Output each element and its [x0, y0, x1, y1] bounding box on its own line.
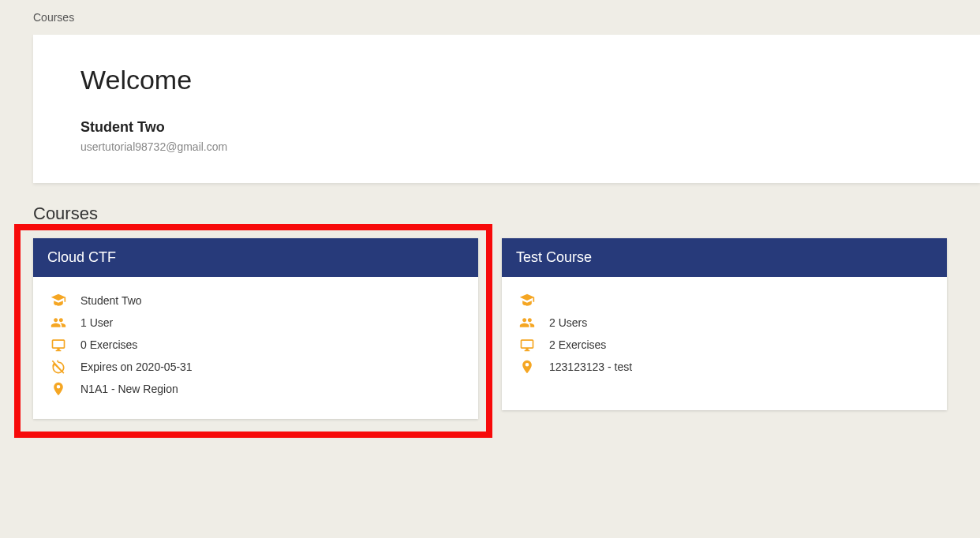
course-line-text: 2 Exercises: [549, 338, 606, 351]
user-email: usertutorial98732@gmail.com: [80, 140, 933, 153]
monitor-icon: [519, 337, 535, 353]
breadcrumb[interactable]: Courses: [0, 0, 980, 35]
course-line: N1A1 - New Region: [50, 381, 461, 397]
course-line-text: Expires on 2020-05-31: [80, 361, 193, 373]
course-line-text: 123123123 - test: [549, 361, 632, 373]
welcome-card: Welcome Student Two usertutorial98732@gm…: [33, 35, 980, 183]
course-line: [519, 293, 930, 308]
course-line: 1 User: [50, 315, 461, 331]
course-title: Cloud CTF: [33, 238, 478, 277]
course-line-text: Student Two: [80, 294, 142, 307]
course-line-text: 1 User: [80, 316, 113, 329]
course-card[interactable]: Test Course 2 Users 2 Exercises 12312312…: [502, 238, 947, 410]
course-line: Expires on 2020-05-31: [50, 359, 461, 375]
location-pin-icon: [50, 381, 66, 397]
courses-section-title: Courses: [33, 204, 980, 224]
course-title: Test Course: [502, 238, 947, 277]
course-line-text: N1A1 - New Region: [80, 383, 178, 395]
course-line-text: 0 Exercises: [80, 338, 137, 351]
course-line-text: 2 Users: [549, 316, 587, 329]
course-line: 0 Exercises: [50, 337, 461, 353]
course-line: 2 Exercises: [519, 337, 930, 353]
course-body: Student Two 1 User 0 Exercises Expires o…: [33, 277, 478, 419]
course-wrap: Test Course 2 Users 2 Exercises 12312312…: [502, 238, 947, 419]
course-line: Student Two: [50, 293, 461, 308]
users-icon: [519, 315, 535, 331]
monitor-icon: [50, 337, 66, 353]
course-line: 2 Users: [519, 315, 930, 331]
courses-row: Cloud CTF Student Two 1 User 0 Exercises…: [0, 238, 980, 419]
welcome-title: Welcome: [80, 65, 933, 95]
course-body: 2 Users 2 Exercises 123123123 - test: [502, 277, 947, 397]
course-card[interactable]: Cloud CTF Student Two 1 User 0 Exercises…: [33, 238, 478, 419]
graduation-cap-icon: [519, 293, 535, 308]
user-name: Student Two: [80, 119, 933, 136]
course-line: 123123123 - test: [519, 359, 930, 375]
graduation-cap-icon: [50, 293, 66, 308]
alarm-off-icon: [50, 359, 66, 375]
course-wrap: Cloud CTF Student Two 1 User 0 Exercises…: [33, 238, 478, 419]
users-icon: [50, 315, 66, 331]
location-pin-icon: [519, 359, 535, 375]
